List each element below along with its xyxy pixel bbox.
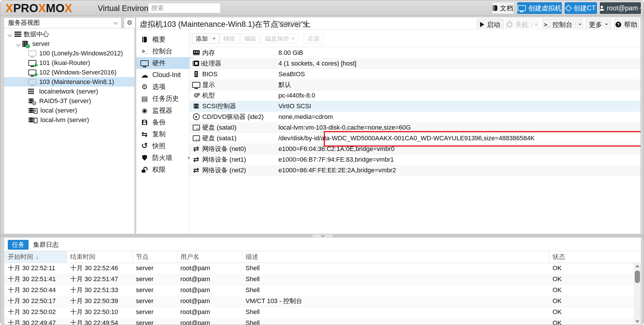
scrollbar-thumb[interactable] xyxy=(635,270,640,283)
menu-item-label: 权限 xyxy=(152,165,166,174)
task-row[interactable]: 十月 30 22:52:11 十月 30 22:52:46 server roo… xyxy=(4,263,634,274)
create-ct-button[interactable]: 创建CT xyxy=(565,2,597,14)
remove-label: 移除 xyxy=(223,35,235,43)
no-tags[interactable]: 没有标记 ✎ xyxy=(272,19,308,29)
tree-item-localnetwork[interactable]: localnetwork (server) xyxy=(4,87,134,96)
hw-row-sata0[interactable]: 硬盘 (sata0) local-lvm:vm-103-disk-0,cache… xyxy=(190,122,641,133)
monitor-icon xyxy=(141,60,149,66)
revert-button[interactable]: 还原 xyxy=(304,33,323,44)
menu-item-permissions[interactable]: 权限 xyxy=(136,164,194,175)
user-menu-button[interactable]: root@pam xyxy=(600,2,641,14)
hw-row-net0[interactable]: ⇄ 网络设备 (net0) e1000=F6:04:36:C2:1A:0E,br… xyxy=(190,143,641,154)
tree-item-vm-101[interactable]: 101 (ikuai-Router) xyxy=(4,58,134,68)
task-end-time: 十月 30 22:51:33 xyxy=(67,285,132,296)
edit-button[interactable]: 编辑 xyxy=(240,33,260,44)
hw-label: 硬盘 (sata1) xyxy=(202,134,237,143)
task-row[interactable]: 十月 30 22:50:02 十月 30 22:50:10 server roo… xyxy=(4,307,634,318)
hw-value: pc-i440fx-8.0 xyxy=(278,92,315,99)
task-row[interactable]: 十月 30 22:51:41 十月 30 22:51:47 server roo… xyxy=(4,274,634,285)
network-arrows-icon: ⇄ xyxy=(193,145,199,152)
menu-item-firewall[interactable]: 防火墙 xyxy=(136,152,194,164)
column-header-start-time[interactable]: 开始时间 ↓ xyxy=(4,251,67,262)
hw-row-machine[interactable]: ⚙⚙ 机型 pc-i440fx-8.0 xyxy=(190,90,641,101)
hw-row-bios[interactable]: BIOS SeaBIOS xyxy=(190,69,641,80)
pencil-icon[interactable]: ✎ xyxy=(302,21,308,28)
scroll-down-icon[interactable] xyxy=(635,320,639,323)
sidebar-gear-button[interactable]: ⚙ xyxy=(124,17,135,28)
unlock-icon xyxy=(142,167,147,173)
column-header-description[interactable]: 描述 xyxy=(242,251,549,262)
add-button[interactable]: 添加 xyxy=(192,33,219,44)
hw-label: 网络设备 (net1) xyxy=(202,155,246,164)
menu-item-replication[interactable]: ⇆ 复制 xyxy=(136,128,194,140)
tree-item-vm-103[interactable]: 103 (Maintenance-Win8.1) xyxy=(4,77,134,87)
menu-item-console[interactable]: >_ 控制台 xyxy=(136,45,194,57)
menu-item-backup[interactable]: 备份 xyxy=(136,116,194,128)
menu-item-summary[interactable]: 概要 xyxy=(136,33,194,45)
tab-cluster-log[interactable]: 集群日志 xyxy=(29,240,63,250)
tree-item-server[interactable]: ✓ server xyxy=(4,39,134,48)
hw-row-net2[interactable]: ⇄ 网络设备 (net2) e1000=86:4F:FE:EE:2E:2A,br… xyxy=(190,165,641,176)
hw-row-net1[interactable]: ⇄ 网络设备 (net1) e1000=06:B7:7F:94:FE:83,br… xyxy=(190,154,641,165)
column-label: 用户名 xyxy=(180,253,199,261)
hw-value: 8.00 GiB xyxy=(278,49,303,57)
terminal-icon: >_ xyxy=(142,48,147,54)
hw-value: e1000=86:4F:FE:EE:2E:2A,bridge=vmbr2 xyxy=(278,167,396,174)
view-selector[interactable]: 服务器视图 xyxy=(4,17,121,28)
menu-item-snapshots[interactable]: ↺ 快照 xyxy=(136,140,194,152)
hw-value: 默认 xyxy=(278,81,291,89)
column-header-node[interactable]: 节点 xyxy=(132,251,177,262)
tree-item-raid5-3t[interactable]: ? RAID5-3T (server) xyxy=(4,96,134,106)
tree-item-local-lvm[interactable]: local-lvm (server) xyxy=(4,115,134,125)
task-row[interactable]: 十月 30 22:50:44 十月 30 22:51:33 server roo… xyxy=(4,285,634,296)
shutdown-button[interactable]: 关机 xyxy=(506,19,538,30)
hw-row-memory[interactable]: 内存 8.00 GiB xyxy=(190,47,641,58)
task-row[interactable]: 十月 30 22:50:17 十月 30 22:50:39 server roo… xyxy=(4,296,634,307)
hw-label: SCSI控制器 xyxy=(202,102,236,111)
disk-action-button[interactable]: 磁盘操作 xyxy=(261,33,298,44)
documentation-button[interactable]: 文档 xyxy=(492,2,514,14)
task-row[interactable]: 十月 30 22:49:47 十月 30 22:49:54 server roo… xyxy=(4,317,634,325)
remove-button[interactable]: 移除 xyxy=(220,33,239,44)
search-input[interactable] xyxy=(148,3,221,13)
task-username: root@pam xyxy=(177,285,242,296)
tree-item-vm-100[interactable]: 100 (LonelyJs-Windows2012) xyxy=(4,48,134,58)
storage-icon xyxy=(193,103,199,109)
menu-item-options[interactable]: ⚙ 选项 xyxy=(136,81,194,93)
tab-tasks[interactable]: 任务 xyxy=(8,240,29,250)
splitter-handle[interactable] xyxy=(312,234,333,237)
terminal-icon: >_ xyxy=(544,22,550,27)
start-button[interactable]: 启动 xyxy=(477,19,503,30)
console-button[interactable]: >_ 控制台 xyxy=(542,19,583,30)
tree-item-label: 103 (Maintenance-Win8.1) xyxy=(39,78,114,86)
menu-item-monitor[interactable]: ◉ 监视器 xyxy=(136,104,194,116)
task-status: OK xyxy=(549,307,633,317)
hw-row-sata1[interactable]: 硬盘 (sata1) /dev/disk/by-id/ata-WDC_WD500… xyxy=(190,133,641,144)
hard-disk-icon xyxy=(193,135,200,141)
help-button[interactable]: ? 帮助 xyxy=(614,19,639,30)
menu-item-task-history[interactable]: ▤ 任务历史 xyxy=(136,93,194,104)
shutdown-label: 关机 xyxy=(515,20,529,29)
hw-value: 4 (1 sockets, 4 cores) [host] xyxy=(278,60,356,67)
monitor-icon xyxy=(518,5,526,11)
tree-item-local[interactable]: local (server) xyxy=(4,106,134,115)
hw-row-display[interactable]: 显示 默认 xyxy=(190,79,641,90)
tree-item-vm-102[interactable]: 102 (Windows-Server2016) xyxy=(4,68,134,77)
hw-label: 网络设备 (net0) xyxy=(202,145,246,153)
menu-item-label: Cloud-Init xyxy=(152,71,181,79)
hw-row-cdrom[interactable]: CD/DVD驱动器 (ide2) none,media=cdrom xyxy=(190,111,641,122)
create-vm-button[interactable]: 创建虚拟机 xyxy=(517,2,562,14)
hw-row-scsi-controller[interactable]: SCSI控制器 VirtIO SCSI xyxy=(190,101,641,112)
task-username: root@pam xyxy=(177,317,242,325)
menu-item-cloud-init[interactable]: ☁ Cloud-Init xyxy=(136,69,194,81)
hw-row-processors[interactable]: 处理器 4 (1 sockets, 4 cores) [host] xyxy=(190,58,641,69)
column-header-status[interactable]: 状态 xyxy=(549,251,633,262)
column-header-username[interactable]: 用户名 xyxy=(177,251,242,262)
more-button[interactable]: 更多 xyxy=(586,19,611,30)
proxmox-logo: XPROXMOX xyxy=(5,2,72,14)
column-header-end-time[interactable]: 结束时间 xyxy=(67,251,133,262)
menu-item-hardware[interactable]: 硬件 xyxy=(136,57,194,69)
tree-item-datacenter[interactable]: 数据中心 xyxy=(4,29,134,39)
scroll-up-icon[interactable] xyxy=(635,265,639,267)
tasks-scrollbar[interactable] xyxy=(634,262,641,325)
